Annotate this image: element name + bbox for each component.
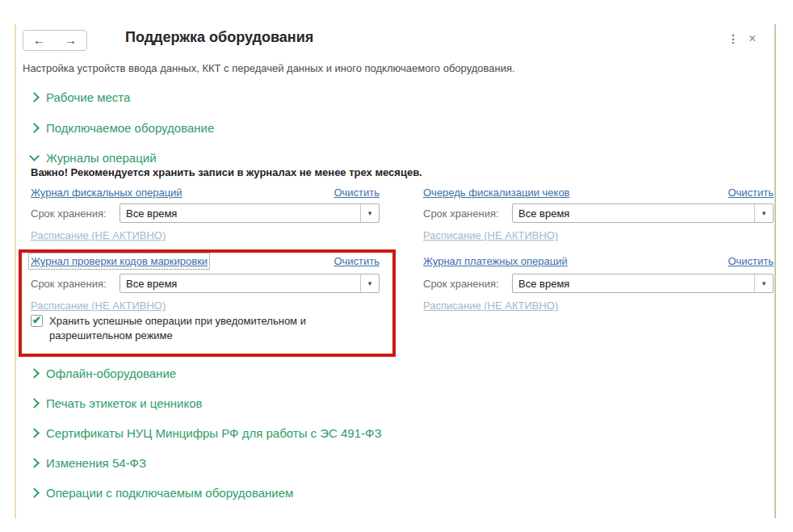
clear-link[interactable]: Очистить — [728, 186, 774, 199]
chevron-right-icon — [29, 123, 40, 133]
page-subtitle: Настройка устройств ввода данных, ККТ с … — [23, 62, 515, 74]
section-label: Офлайн-оборудование — [46, 367, 176, 380]
section-pluggable-equipment[interactable]: Подключаемое оборудование — [31, 121, 214, 135]
chevron-right-icon — [29, 428, 40, 438]
chevron-right-icon — [29, 458, 40, 468]
clear-link[interactable]: Очистить — [728, 255, 774, 267]
journal-block-queue: Очередь фискализации чеков Очистить Срок… — [423, 186, 774, 247]
retention-label: Срок хранения: — [31, 207, 120, 220]
chevron-right-icon — [29, 398, 40, 408]
back-arrow-icon: ← — [33, 33, 45, 47]
schedule-inactive-link[interactable]: Расписание (НЕ АКТИВНО) — [31, 300, 166, 312]
section-label: Подключаемое оборудование — [46, 121, 214, 135]
journal-block-payment: Журнал платежных операций Очистить Срок … — [423, 255, 774, 346]
window-right-border — [774, 24, 776, 518]
checkbox-checked[interactable]: ✔ — [31, 315, 43, 327]
more-menu-icon[interactable]: ⋮ — [728, 32, 740, 45]
section-label: Операции с подключаемым оборудованием — [46, 486, 293, 500]
section-operation-journals[interactable]: Журналы операций — [31, 151, 157, 165]
section-offline-equipment[interactable]: Офлайн-оборудование — [31, 367, 176, 380]
window-left-border — [15, 24, 16, 518]
chevron-down-icon — [29, 151, 40, 161]
section-equipment-operations[interactable]: Операции с подключаемым оборудованием — [31, 486, 293, 500]
retention-select[interactable]: Все время ▾ — [512, 203, 774, 223]
clear-link[interactable]: Очистить — [334, 186, 380, 199]
checkmark-icon: ✔ — [32, 315, 41, 325]
forward-button[interactable]: → — [55, 31, 86, 50]
retention-select[interactable]: Все время ▾ — [120, 203, 380, 223]
retention-value: Все время — [513, 207, 754, 220]
section-label: Рабочие места — [46, 90, 130, 104]
journal-block-fiscal: Журнал фискальных операций Очистить Срок… — [31, 186, 380, 247]
section-label: Журналы операций — [46, 151, 157, 165]
retention-value: Все время — [120, 278, 360, 290]
schedule-inactive-link[interactable]: Расписание (НЕ АКТИВНО) — [31, 229, 166, 241]
section-label: Сертификаты НУЦ Минцифры РФ для работы с… — [46, 426, 382, 440]
schedule-inactive-link[interactable]: Расписание (НЕ АКТИВНО) — [423, 300, 558, 312]
journals-warning-text: Важно! Рекомендуется хранить записи в жу… — [31, 166, 422, 178]
section-label: Изменения 54-ФЗ — [46, 456, 146, 470]
checkbox-label: Хранить успешные операции при уведомител… — [49, 314, 337, 342]
close-icon[interactable]: × — [749, 31, 756, 46]
clear-link[interactable]: Очистить — [334, 255, 380, 267]
retention-value: Все время — [120, 207, 360, 220]
marking-journal-link[interactable]: Журнал проверки кодов маркировки — [31, 255, 208, 267]
section-labels-printing[interactable]: Печать этикеток и ценников — [31, 396, 203, 410]
page-title: Поддержка оборудования — [125, 29, 313, 46]
dropdown-arrow-icon[interactable]: ▾ — [360, 204, 379, 222]
back-button[interactable]: ← — [23, 31, 55, 50]
section-workplaces[interactable]: Рабочие места — [31, 90, 130, 104]
dropdown-arrow-icon[interactable]: ▾ — [360, 274, 379, 292]
section-54fz-changes[interactable]: Изменения 54-ФЗ — [31, 456, 146, 470]
chevron-right-icon — [29, 368, 40, 379]
journal-block-marking: Журнал проверки кодов маркировки Очистит… — [31, 255, 380, 346]
section-certificates[interactable]: Сертификаты НУЦ Минцифры РФ для работы с… — [31, 426, 382, 440]
retention-label: Срок хранения: — [423, 207, 512, 220]
retention-label: Срок хранения: — [423, 278, 512, 290]
retention-select[interactable]: Все время ▾ — [120, 274, 380, 293]
section-label: Печать этикеток и ценников — [46, 396, 203, 410]
queue-journal-link[interactable]: Очередь фискализации чеков — [423, 186, 570, 199]
forward-arrow-icon: → — [65, 33, 77, 47]
retention-select[interactable]: Все время ▾ — [512, 274, 774, 293]
history-nav: ← → — [23, 30, 87, 51]
fiscal-journal-link[interactable]: Журнал фискальных операций — [31, 186, 183, 199]
retention-label: Срок хранения: — [31, 278, 120, 290]
chevron-right-icon — [29, 488, 40, 498]
schedule-inactive-link[interactable]: Расписание (НЕ АКТИВНО) — [423, 229, 558, 241]
keep-successful-operations-checkbox-row[interactable]: ✔ Хранить успешные операции при уведомит… — [31, 314, 337, 342]
chevron-right-icon — [29, 92, 40, 103]
dropdown-arrow-icon[interactable]: ▾ — [754, 274, 773, 292]
dropdown-arrow-icon[interactable]: ▾ — [754, 204, 773, 222]
retention-value: Все время — [513, 278, 754, 290]
payment-journal-link[interactable]: Журнал платежных операций — [423, 255, 568, 267]
